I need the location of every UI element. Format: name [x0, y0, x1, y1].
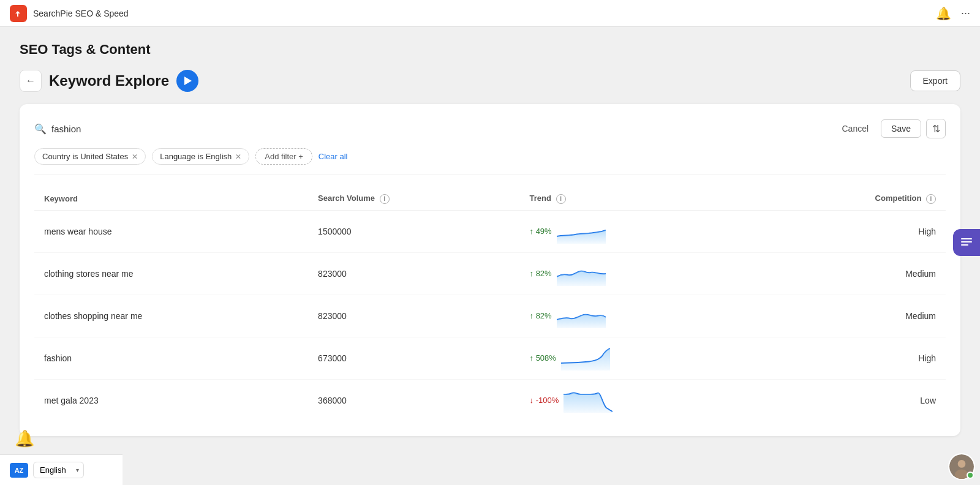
page-heading: Keyword Explore	[49, 72, 169, 89]
trend-cell: ↑ 82%	[520, 295, 759, 337]
trend-arrow: ↑ 82%	[530, 311, 552, 320]
topbar: SearchPie SEO & Speed 🔔 ···	[0, 0, 980, 27]
bottom-bar: AZ English Spanish French	[0, 454, 123, 485]
search-input-wrap: 🔍 fashion	[34, 123, 81, 135]
table-row: fashion 673000 ↑ 508% High	[34, 337, 946, 379]
header-row: ← Keyword Explore Export	[20, 70, 960, 92]
trend-info-icon[interactable]: i	[556, 194, 566, 204]
more-options-icon[interactable]: ···	[961, 7, 970, 20]
cancel-button[interactable]: Cancel	[834, 120, 876, 137]
trend-arrow: ↓ -100%	[530, 396, 559, 405]
filter-chip-language-close[interactable]: ✕	[235, 152, 241, 161]
search-volume-info-icon[interactable]: i	[380, 194, 390, 204]
svg-rect-1	[961, 238, 972, 239]
search-volume-cell: 1500000	[308, 210, 519, 252]
keyword-cell: mens wear house	[34, 210, 308, 252]
save-button[interactable]: Save	[881, 119, 921, 138]
search-volume-cell: 368000	[308, 379, 519, 421]
sparkline	[557, 219, 606, 244]
language-select-wrap: English Spanish French	[33, 462, 84, 478]
page-content: SEO Tags & Content ← Keyword Explore Exp…	[0, 27, 980, 451]
table-row: clothing stores near me 823000 ↑ 82% Med…	[34, 252, 946, 295]
svg-point-5	[958, 460, 966, 468]
page-title: SEO Tags & Content	[20, 42, 960, 58]
sparkline	[564, 388, 612, 413]
filter-chip-country-label: Country is United States	[42, 152, 128, 161]
app-logo	[10, 5, 27, 22]
trend-cell: ↑ 508%	[520, 337, 759, 379]
sort-button[interactable]: ⇅	[926, 119, 946, 138]
svg-rect-3	[961, 244, 968, 246]
search-row: 🔍 fashion Cancel Save ⇅	[34, 119, 946, 138]
table-row: clothes shopping near me 823000 ↑ 82% Me…	[34, 295, 946, 337]
topbar-left: SearchPie SEO & Speed	[10, 5, 129, 22]
competition-cell: High	[758, 337, 946, 379]
keyword-cell: clothing stores near me	[34, 252, 308, 295]
sparkline	[557, 304, 606, 328]
bell-wrap: 🔔	[936, 6, 951, 21]
trend-cell: ↑ 49%	[520, 210, 759, 252]
main-card: 🔍 fashion Cancel Save ⇅ Country is Unite…	[20, 104, 960, 436]
filter-chip-language[interactable]: Language is English ✕	[152, 148, 249, 165]
filter-chip-language-label: Language is English	[160, 152, 232, 161]
col-competition: Competition i	[758, 187, 946, 210]
search-volume-cell: 823000	[308, 295, 519, 337]
language-select[interactable]: English Spanish French	[33, 462, 84, 478]
clear-all-button[interactable]: Clear all	[318, 152, 348, 161]
trend-arrow: ↑ 49%	[530, 227, 552, 236]
competition-info-icon[interactable]: i	[926, 194, 936, 204]
table-row: mens wear house 1500000 ↑ 49% High	[34, 210, 946, 252]
header-left: ← Keyword Explore	[20, 70, 198, 92]
competition-cell: Medium	[758, 295, 946, 337]
trend-cell: ↓ -100%	[520, 379, 759, 421]
search-query[interactable]: fashion	[51, 124, 81, 134]
back-button[interactable]: ←	[20, 70, 42, 92]
search-icon: 🔍	[34, 123, 47, 135]
keyword-cell: clothes shopping near me	[34, 295, 308, 337]
competition-cell: Low	[758, 379, 946, 421]
keyword-table: Keyword Search Volume i Trend i Competit…	[34, 187, 946, 421]
col-keyword: Keyword	[34, 187, 308, 210]
svg-rect-2	[961, 241, 972, 242]
notification-bell: 🔔	[15, 429, 34, 448]
bell-icon[interactable]: 🔔	[936, 7, 951, 20]
app-title: SearchPie SEO & Speed	[33, 9, 129, 18]
keyword-cell: met gala 2023	[34, 379, 308, 421]
sparkline	[557, 261, 606, 286]
competition-cell: Medium	[758, 252, 946, 295]
filter-chip-country[interactable]: Country is United States ✕	[34, 148, 146, 165]
filter-row: Country is United States ✕ Language is E…	[34, 148, 946, 175]
table-row: met gala 2023 368000 ↓ -100% Low	[34, 379, 946, 421]
search-volume-cell: 673000	[308, 337, 519, 379]
avatar-online-indicator	[967, 472, 974, 479]
trend-cell: ↑ 82%	[520, 252, 759, 295]
table-body: mens wear house 1500000 ↑ 49% High cloth…	[34, 210, 946, 421]
trend-arrow: ↑ 508%	[530, 353, 556, 363]
col-trend: Trend i	[520, 187, 759, 210]
add-filter-button[interactable]: Add filter +	[255, 148, 312, 165]
table-header: Keyword Search Volume i Trend i Competit…	[34, 187, 946, 210]
chat-widget[interactable]	[953, 229, 980, 256]
filter-chip-country-close[interactable]: ✕	[132, 152, 138, 161]
export-button[interactable]: Export	[910, 70, 960, 91]
az-icon: AZ	[10, 463, 28, 478]
play-button[interactable]	[176, 70, 198, 92]
topbar-right: 🔔 ···	[936, 6, 970, 21]
col-search-volume: Search Volume i	[308, 187, 519, 210]
search-actions: Cancel Save ⇅	[834, 119, 946, 138]
search-volume-cell: 823000	[308, 252, 519, 295]
trend-arrow: ↑ 82%	[530, 269, 552, 278]
sparkline	[561, 346, 610, 370]
competition-cell: High	[758, 210, 946, 252]
keyword-cell: fashion	[34, 337, 308, 379]
